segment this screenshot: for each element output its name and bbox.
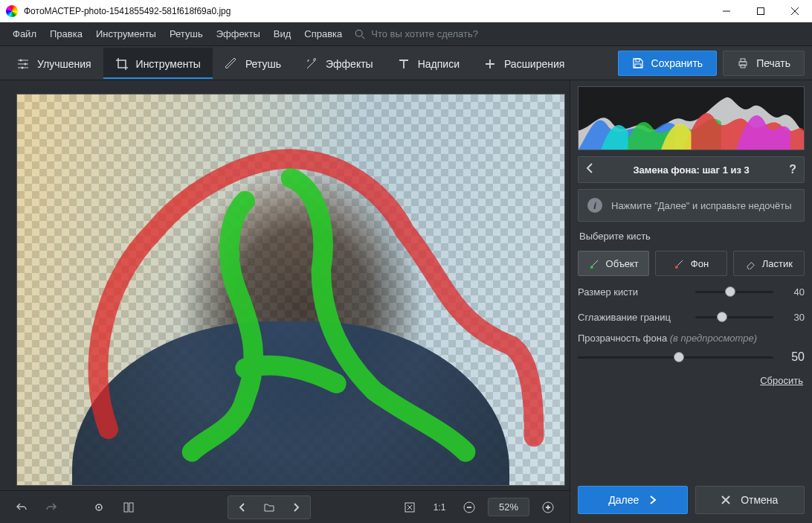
svg-rect-6 — [635, 64, 641, 68]
brush-object-button[interactable]: Объект — [578, 251, 649, 276]
brush-size-slider[interactable] — [695, 284, 773, 299]
tab-text-label: Надписи — [418, 58, 460, 70]
zoom-actual-button[interactable]: 1:1 — [428, 496, 451, 519]
crop-icon — [115, 57, 129, 71]
step-header: Замена фона: шаг 1 из 3 ? — [578, 156, 805, 183]
tab-improve-label: Улучшения — [37, 58, 91, 70]
menu-file[interactable]: Файл — [6, 22, 43, 46]
save-label: Сохранить — [651, 57, 703, 69]
info-hint: i Нажмите "Далее" и исправьте недочёты — [578, 189, 805, 222]
chevron-left-icon — [586, 163, 593, 173]
brush-red-icon — [674, 258, 685, 269]
menubar: Файл Правка Инструменты Ретушь Эффекты В… — [0, 22, 812, 46]
svg-point-11 — [98, 506, 100, 507]
info-icon: i — [587, 198, 602, 213]
step-help-button[interactable]: ? — [789, 163, 796, 176]
edge-smooth-slider[interactable] — [695, 309, 773, 324]
svg-point-17 — [590, 266, 593, 269]
menu-view[interactable]: Вид — [267, 22, 298, 46]
print-button[interactable]: Печать — [723, 51, 805, 76]
svg-point-3 — [25, 62, 27, 65]
brush-background-button[interactable]: Фон — [655, 251, 726, 276]
edge-smooth-value: 30 — [779, 312, 805, 323]
save-button[interactable]: Сохранить — [618, 51, 718, 76]
tab-extensions[interactable]: Расширения — [471, 48, 576, 79]
window-close-button[interactable] — [778, 0, 812, 22]
redo-button[interactable] — [40, 496, 62, 519]
svg-rect-13 — [129, 503, 133, 512]
wand-icon — [305, 57, 318, 71]
eraser-icon — [745, 258, 756, 269]
choose-brush-label: Выберите кисть — [578, 228, 805, 245]
svg-point-2 — [20, 59, 22, 61]
svg-rect-12 — [124, 503, 128, 512]
before-after-button[interactable] — [117, 496, 140, 519]
menu-effects[interactable]: Эффекты — [210, 22, 267, 46]
search-icon — [355, 29, 365, 39]
brush-eraser-button[interactable]: Ластик — [733, 251, 805, 276]
brush-green-icon — [589, 258, 600, 269]
brush-object-label: Объект — [606, 258, 639, 269]
reset-link[interactable]: Сбросить — [760, 375, 803, 386]
save-icon — [632, 57, 644, 69]
bg-opacity-slider[interactable] — [578, 350, 773, 365]
command-search-placeholder: Что вы хотите сделать? — [371, 28, 478, 39]
tab-extensions-label: Расширения — [504, 58, 564, 70]
svg-rect-8 — [741, 59, 745, 62]
histogram[interactable] — [578, 86, 805, 150]
tab-text[interactable]: Надписи — [385, 48, 471, 79]
edge-smooth-label: Сглаживание границ — [578, 312, 689, 323]
tab-retouch-label: Ретушь — [245, 58, 281, 70]
image-canvas[interactable] — [16, 94, 565, 486]
next-label: Далее — [608, 494, 639, 506]
undo-button[interactable] — [10, 496, 33, 519]
cancel-button[interactable]: Отмена — [695, 486, 805, 514]
brush-background-label: Фон — [691, 258, 709, 269]
step-title: Замена фона: шаг 1 из 3 — [593, 164, 789, 176]
side-panel: Замена фона: шаг 1 из 3 ? i Нажмите "Дал… — [570, 80, 812, 523]
tab-retouch[interactable]: Ретушь — [213, 48, 293, 79]
prev-image-button[interactable] — [230, 498, 255, 517]
tab-tools-label: Инструменты — [136, 58, 201, 70]
menu-help[interactable]: Справка — [297, 22, 349, 46]
text-icon — [397, 57, 410, 71]
tab-improve[interactable]: Улучшения — [4, 48, 103, 79]
chevron-right-icon — [649, 495, 657, 504]
fit-screen-button[interactable] — [399, 496, 421, 519]
next-image-button[interactable] — [283, 498, 309, 517]
cancel-label: Отмена — [741, 494, 778, 506]
zoom-in-button[interactable] — [537, 496, 559, 519]
brush-eraser-label: Ластик — [762, 258, 793, 269]
menu-tools[interactable]: Инструменты — [89, 22, 163, 46]
app-logo-icon — [6, 5, 18, 17]
tab-tools[interactable]: Инструменты — [103, 48, 213, 79]
zoom-percent[interactable]: 52% — [488, 498, 529, 516]
plus-icon — [483, 57, 497, 71]
info-text: Нажмите "Далее" и исправьте недочёты — [611, 200, 792, 211]
brush-size-value: 40 — [779, 286, 805, 298]
print-icon — [737, 57, 749, 69]
tab-effects-label: Эффекты — [326, 58, 373, 70]
menu-edit[interactable]: Правка — [43, 22, 89, 46]
window-maximize-button[interactable] — [744, 0, 778, 22]
brush-size-label: Размер кисти — [578, 286, 689, 298]
zoom-out-button[interactable] — [458, 496, 480, 519]
svg-point-4 — [22, 66, 24, 68]
window-minimize-button[interactable] — [709, 0, 744, 22]
tab-effects[interactable]: Эффекты — [293, 48, 385, 79]
object-stroke — [192, 178, 465, 452]
step-back-button[interactable] — [586, 163, 593, 176]
menu-retouch[interactable]: Ретушь — [163, 22, 210, 46]
statusbar: 1:1 52% — [0, 490, 570, 523]
open-folder-button[interactable] — [257, 498, 282, 517]
title-file: photo-1541855492-581f618f69a0.jpg — [84, 6, 231, 16]
compare-button[interactable] — [88, 496, 110, 519]
window-titlebar: ФотоМАСТЕР - photo-1541855492-581f618f69… — [0, 0, 812, 22]
svg-point-18 — [675, 266, 678, 269]
tool-tabs: Улучшения Инструменты Ретушь Эффекты Над… — [0, 46, 812, 80]
next-button[interactable]: Далее — [578, 486, 688, 514]
svg-rect-0 — [758, 8, 764, 15]
sliders-icon — [16, 57, 30, 71]
command-search[interactable]: Что вы хотите сделать? — [355, 28, 478, 39]
title-app: ФотоМАСТЕР — [24, 6, 81, 16]
